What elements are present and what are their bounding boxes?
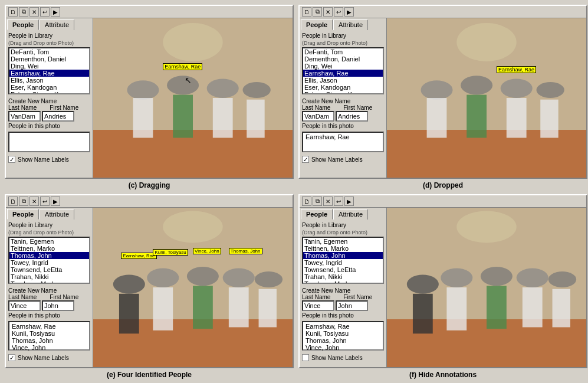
- list-item[interactable]: Eser, Kandogan: [303, 84, 383, 91]
- list-item[interactable]: Feiner, Steven K.: [303, 91, 383, 94]
- list-item[interactable]: Tanin, Egemen: [303, 238, 383, 245]
- list-item[interactable]: Teittnen, Marko: [303, 245, 383, 252]
- list-item[interactable]: Dementhon, Daniel: [303, 55, 383, 63]
- list-item[interactable]: Feiner, Steven K.: [9, 91, 89, 94]
- first-name-input-f[interactable]: [336, 300, 368, 311]
- photo-person: Vince, John: [11, 344, 88, 351]
- svg-point-46: [548, 271, 576, 287]
- toolbar-btn-play-d[interactable]: ▶: [344, 7, 354, 17]
- toolbar-btn-undo-f[interactable]: ↩: [334, 197, 343, 206]
- list-item[interactable]: Dementhon, Daniel: [9, 55, 89, 63]
- toolbar-btn-undo-c[interactable]: ↩: [40, 7, 50, 17]
- toolbar-btn-doc-f[interactable]: 🗋: [302, 197, 311, 206]
- toolbar-btn-close-e[interactable]: ✕: [29, 197, 39, 206]
- show-labels-checkbox-f[interactable]: [302, 354, 309, 361]
- list-item[interactable]: Tanin, Egemen: [9, 238, 89, 245]
- list-item[interactable]: Ellis, Jason: [9, 77, 89, 84]
- window-body-c: People Attribute People in Library (Drag…: [6, 18, 293, 178]
- show-labels-checkbox-d[interactable]: ✓: [302, 156, 309, 163]
- people-photo-list-c[interactable]: [8, 132, 90, 152]
- show-labels-checkbox-e[interactable]: ✓: [8, 354, 15, 361]
- list-item[interactable]: Townsend, LeEtta: [9, 266, 89, 273]
- last-name-label-c: Last Name: [8, 104, 37, 111]
- photo-person: Thomas, John: [304, 337, 382, 344]
- section-library-d: People in Library: [302, 32, 384, 39]
- name-fields-header-f: Last Name First Name: [302, 294, 384, 300]
- show-labels-checkbox-c[interactable]: ✓: [8, 156, 15, 163]
- list-item[interactable]: DeFanti, Tom: [303, 48, 383, 55]
- list-item[interactable]: Ding, Wei: [303, 63, 383, 70]
- list-item-selected[interactable]: Thomas, John: [9, 252, 89, 259]
- list-item[interactable]: Treglown, Mark: [9, 280, 89, 284]
- toolbar-btn-play-c[interactable]: ▶: [51, 7, 60, 17]
- list-item-selected[interactable]: Thomas, John: [303, 252, 383, 259]
- toolbar-btn-play-f[interactable]: ▶: [344, 197, 354, 206]
- first-name-input-e[interactable]: [42, 300, 74, 311]
- last-name-input-f[interactable]: [302, 300, 334, 311]
- first-name-label-c: First Name: [50, 104, 78, 111]
- list-item-selected[interactable]: Earnshaw, Rae: [303, 70, 383, 77]
- name-fields-header-d: Last Name First Name: [302, 104, 384, 111]
- svg-point-9: [243, 82, 271, 98]
- name-fields-header-c: Last Name First Name: [8, 104, 90, 111]
- drag-cursor-c: ↖: [185, 76, 192, 85]
- last-name-input-c[interactable]: [8, 111, 41, 122]
- tab-attribute-e[interactable]: Attribute: [40, 209, 74, 220]
- listbox-e[interactable]: Tanin, Egemen Teittnen, Marko Thomas, Jo…: [8, 237, 90, 284]
- toolbar-btn-close-c[interactable]: ✕: [29, 7, 39, 17]
- people-photo-list-e[interactable]: Earnshaw, Rae Kunii, Tosiyasu Thomas, Jo…: [8, 321, 90, 351]
- first-name-input-c[interactable]: [42, 111, 74, 122]
- list-item[interactable]: Towey, Ingrid: [9, 259, 89, 266]
- toolbar-btn-copy-f[interactable]: ⧉: [313, 197, 322, 206]
- list-item[interactable]: Eser, Kandogan: [9, 84, 89, 91]
- toolbar-btn-play-e[interactable]: ▶: [51, 197, 60, 206]
- tabs-d: People Attribute: [300, 18, 386, 30]
- list-item[interactable]: Ellis, Jason: [303, 77, 383, 84]
- svg-rect-26: [119, 294, 139, 334]
- tab-people-c[interactable]: People: [7, 19, 39, 30]
- name-label-e-4: Thomas, John: [229, 248, 262, 254]
- list-item[interactable]: Teittnen, Marko: [9, 245, 89, 252]
- toolbar-btn-undo-e[interactable]: ↩: [40, 197, 50, 206]
- toolbar-btn-copy-e[interactable]: ⧉: [19, 197, 28, 206]
- toolbar-btn-undo-d[interactable]: ↩: [334, 7, 343, 17]
- list-item[interactable]: Treglown, Mark: [303, 280, 383, 284]
- tab-people-d[interactable]: People: [301, 19, 333, 30]
- people-photo-list-d[interactable]: Earnshaw, Rae: [302, 132, 384, 152]
- last-name-input-e[interactable]: [8, 300, 41, 311]
- svg-rect-28: [153, 287, 173, 330]
- caption-f: (f) Hide Annotations: [409, 371, 477, 379]
- last-name-input-d[interactable]: [302, 111, 334, 122]
- create-new-label-d: Create New Name: [302, 98, 384, 104]
- toolbar-btn-copy-d[interactable]: ⧉: [313, 7, 322, 17]
- listbox-d[interactable]: DeFanti, Tom Dementhon, Daniel Ding, Wei…: [302, 47, 384, 94]
- svg-rect-45: [523, 287, 543, 328]
- name-label-e-3: Vince, John: [193, 248, 221, 254]
- tab-attribute-c[interactable]: Attribute: [40, 19, 74, 30]
- people-photo-list-f[interactable]: Earnshaw, Rae Kunii, Tosiyasu Thomas, Jo…: [302, 321, 384, 351]
- listbox-f[interactable]: Tanin, Egemen Teittnen, Marko Thomas, Jo…: [302, 237, 384, 284]
- toolbar-btn-doc-d[interactable]: 🗋: [302, 7, 311, 17]
- list-item[interactable]: Trahan, Nikki: [9, 273, 89, 280]
- toolbar-btn-close-d[interactable]: ✕: [323, 7, 333, 17]
- tab-people-e[interactable]: People: [7, 209, 39, 220]
- list-item[interactable]: Trahan, Nikki: [303, 273, 383, 280]
- list-item[interactable]: DeFanti, Tom: [9, 48, 89, 55]
- list-item[interactable]: Townsend, LeEtta: [303, 266, 383, 273]
- list-item[interactable]: Ding, Wei: [9, 63, 89, 70]
- list-item[interactable]: Towey, Ingrid: [303, 259, 383, 266]
- tab-attribute-f[interactable]: Attribute: [333, 209, 368, 220]
- toolbar-btn-doc-e[interactable]: 🗋: [8, 197, 18, 206]
- list-item-selected[interactable]: Earnshaw, Rae: [9, 70, 89, 77]
- listbox-c[interactable]: DeFanti, Tom Dementhon, Daniel Ding, Wei…: [8, 47, 90, 94]
- photo-person: Earnshaw, Rae: [304, 323, 382, 330]
- caption-d: (d) Dropped: [423, 181, 463, 189]
- tab-people-f[interactable]: People: [301, 209, 333, 220]
- toolbar-btn-close-f[interactable]: ✕: [323, 197, 333, 206]
- tab-attribute-d[interactable]: Attribute: [333, 19, 368, 30]
- toolbar-btn-doc-c[interactable]: 🗋: [8, 7, 18, 17]
- first-name-input-d[interactable]: [336, 111, 368, 122]
- toolbar-btn-copy-c[interactable]: ⧉: [19, 7, 28, 17]
- svg-rect-17: [467, 95, 487, 138]
- svg-rect-19: [507, 98, 527, 138]
